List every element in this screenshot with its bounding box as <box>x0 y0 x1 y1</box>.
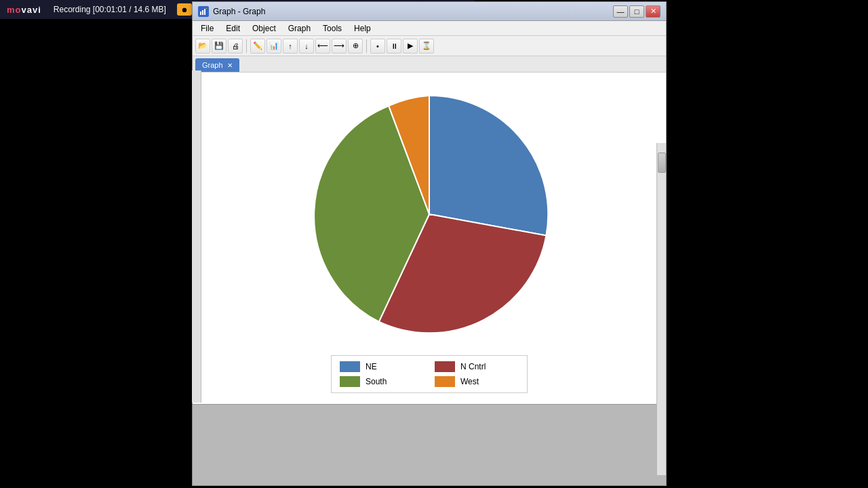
left-sidebar <box>192 70 201 403</box>
toolbar-btn-4[interactable]: ✏️ <box>250 39 265 54</box>
toolbar-btn-10[interactable]: ⊕ <box>348 39 363 54</box>
chart-legend: NE N Cntrl South West <box>331 355 528 393</box>
menu-help[interactable]: Help <box>349 22 376 35</box>
toolbar: 📂 💾 🖨 ✏️ 📊 ↑ ↓ ⟵ ⟶ ⊕ • ⏸ ▶ ⌛ <box>193 36 666 56</box>
menu-edit[interactable]: Edit <box>220 22 245 35</box>
toolbar-print-button[interactable]: 🖨 <box>228 39 243 54</box>
tab-graph[interactable]: Graph ✕ <box>195 58 239 72</box>
menu-graph[interactable]: Graph <box>283 22 316 35</box>
legend-color-ncntrl <box>435 361 455 372</box>
app-window: Graph - Graph — □ ✕ File Edit Object Gra… <box>192 1 667 486</box>
toolbar-btn-6[interactable]: ↑ <box>283 39 298 54</box>
content-area: NE N Cntrl South West <box>193 73 666 485</box>
toolbar-separator-1 <box>246 39 247 53</box>
toolbar-btn-12[interactable]: ⏸ <box>387 39 401 54</box>
title-bar: Graph - Graph — □ ✕ <box>193 2 666 21</box>
toolbar-btn-9[interactable]: ⟶ <box>332 39 347 54</box>
svg-rect-0 <box>200 12 201 15</box>
window-controls: — □ ✕ <box>613 5 660 18</box>
legend-item-ne: NE <box>340 361 424 372</box>
toolbar-btn-13[interactable]: ▶ <box>403 39 418 54</box>
toolbar-btn-7[interactable]: ↓ <box>299 39 314 54</box>
vertical-scrollbar[interactable] <box>656 143 666 475</box>
movavi-record-button[interactable]: ⏺ <box>177 3 192 16</box>
chart-container <box>193 73 666 355</box>
legend-label-south: South <box>366 377 387 386</box>
toolbar-open-button[interactable]: 📂 <box>195 39 210 54</box>
movavi-logo: movavi <box>7 5 41 15</box>
menu-tools[interactable]: Tools <box>317 22 347 35</box>
legend-item-ncntrl: N Cntrl <box>435 361 519 372</box>
legend-item-south: South <box>340 376 424 387</box>
minimize-button[interactable]: — <box>613 5 628 18</box>
svg-rect-3 <box>206 8 207 9</box>
recording-label: Recording [00:01:01 / 14.6 MB] <box>54 5 166 14</box>
tab-close-icon[interactable]: ✕ <box>227 62 233 69</box>
menu-bar: File Edit Object Graph Tools Help <box>193 21 666 36</box>
menu-file[interactable]: File <box>195 22 219 35</box>
toolbar-save-button[interactable]: 💾 <box>212 39 226 54</box>
close-button[interactable]: ✕ <box>646 5 660 18</box>
legend-label-ne: NE <box>366 362 377 371</box>
toolbar-btn-8[interactable]: ⟵ <box>315 39 330 54</box>
legend-item-west: West <box>435 376 519 387</box>
toolbar-btn-14[interactable]: ⌛ <box>419 39 434 54</box>
tab-graph-label: Graph <box>202 61 223 69</box>
svg-rect-2 <box>204 9 205 15</box>
legend-color-west <box>435 376 455 387</box>
window-title: Graph - Graph <box>213 7 613 16</box>
svg-rect-1 <box>202 10 203 15</box>
menu-object[interactable]: Object <box>247 22 281 35</box>
legend-color-south <box>340 376 360 387</box>
scrollbar-thumb[interactable] <box>658 152 666 173</box>
maximize-button[interactable]: □ <box>629 5 644 18</box>
legend-label-west: West <box>460 377 479 386</box>
app-icon <box>198 6 209 17</box>
pie-chart <box>300 85 558 343</box>
toolbar-separator-2 <box>366 39 367 53</box>
toolbar-btn-11[interactable]: • <box>370 39 385 54</box>
legend-color-ne <box>340 361 360 372</box>
toolbar-btn-5[interactable]: 📊 <box>267 39 281 54</box>
legend-label-ncntrl: N Cntrl <box>460 362 486 371</box>
tab-bar: Graph ✕ <box>193 56 666 73</box>
bottom-panel <box>193 404 666 485</box>
